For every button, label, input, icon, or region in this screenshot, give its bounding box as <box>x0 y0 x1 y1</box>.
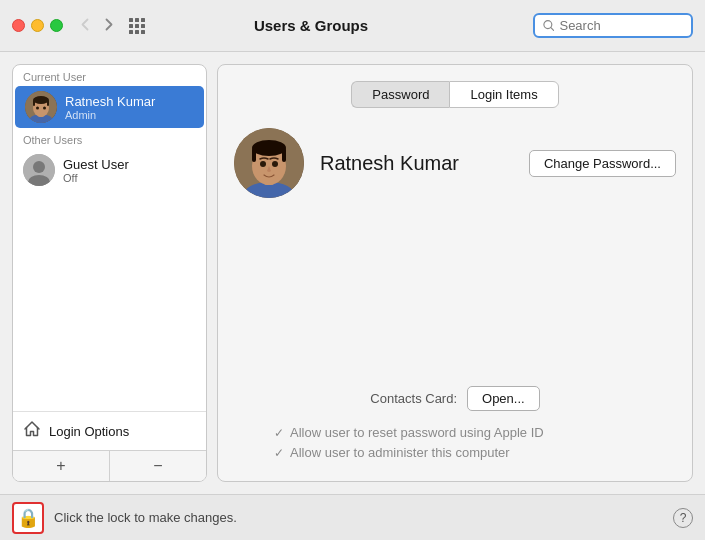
minimize-button[interactable] <box>31 19 44 32</box>
checkbox-row-2: ✓ Allow user to administer this computer <box>234 445 676 460</box>
svg-point-8 <box>36 107 39 110</box>
traffic-lights <box>12 19 63 32</box>
help-button[interactable]: ? <box>673 508 693 528</box>
guest-user-role: Off <box>63 172 129 184</box>
title-bar: Users & Groups <box>0 0 705 52</box>
change-password-button[interactable]: Change Password... <box>529 150 676 177</box>
current-user-info: Ratnesh Kumar Admin <box>65 94 155 121</box>
search-input[interactable] <box>559 18 683 33</box>
bottom-bar: 🔒 Click the lock to make changes. ? <box>0 494 705 540</box>
tab-password[interactable]: Password <box>351 81 449 108</box>
remove-user-button[interactable]: − <box>109 451 206 481</box>
close-button[interactable] <box>12 19 25 32</box>
add-user-button[interactable]: + <box>13 451 109 481</box>
main-content: Current User <box>0 52 705 494</box>
back-button[interactable] <box>77 16 93 36</box>
svg-point-20 <box>260 161 266 167</box>
lock-text: Click the lock to make changes. <box>54 510 663 525</box>
current-user-role: Admin <box>65 109 155 121</box>
svg-point-5 <box>33 96 49 104</box>
guest-user-info: Guest User Off <box>63 157 129 184</box>
checkmark-icon-2: ✓ <box>274 446 284 460</box>
svg-point-9 <box>43 107 46 110</box>
contacts-card-row: Contacts Card: Open... <box>234 386 676 411</box>
svg-rect-6 <box>33 100 35 106</box>
other-users-label: Other Users <box>13 128 206 149</box>
tab-bar: Password Login Items <box>234 81 676 108</box>
open-contacts-button[interactable]: Open... <box>467 386 540 411</box>
user-profile: Ratnesh Kumar Change Password... <box>234 128 676 198</box>
checkbox-label-1: Allow user to reset password using Apple… <box>290 425 544 440</box>
svg-point-11 <box>33 161 45 173</box>
home-icon <box>23 420 41 442</box>
guest-user-avatar <box>23 154 55 186</box>
tab-login-items[interactable]: Login Items <box>449 81 558 108</box>
fullscreen-button[interactable] <box>50 19 63 32</box>
svg-rect-19 <box>282 148 286 162</box>
checkmark-icon-1: ✓ <box>274 426 284 440</box>
profile-name: Ratnesh Kumar <box>320 152 513 175</box>
contacts-card-label: Contacts Card: <box>370 391 457 406</box>
checkbox-label-2: Allow user to administer this computer <box>290 445 510 460</box>
search-icon <box>543 19 554 32</box>
search-box[interactable] <box>533 13 693 38</box>
login-options-label: Login Options <box>49 424 129 439</box>
checkbox-row-1: ✓ Allow user to reset password using App… <box>234 425 676 440</box>
right-panel: Password Login Items <box>217 64 693 482</box>
profile-avatar <box>234 128 304 198</box>
current-user-name: Ratnesh Kumar <box>65 94 155 109</box>
lock-icon: 🔒 <box>17 507 39 529</box>
login-options-item[interactable]: Login Options <box>13 411 206 450</box>
sidebar-item-current-user[interactable]: Ratnesh Kumar Admin <box>15 86 204 128</box>
sidebar-item-guest-user[interactable]: Guest User Off <box>13 149 206 191</box>
window-title: Users & Groups <box>97 17 525 34</box>
current-user-label: Current User <box>13 65 206 86</box>
sidebar-controls: + − <box>13 450 206 481</box>
sidebar: Current User <box>12 64 207 482</box>
current-user-avatar <box>25 91 57 123</box>
guest-user-name: Guest User <box>63 157 129 172</box>
lock-button[interactable]: 🔒 <box>12 502 44 534</box>
svg-rect-18 <box>252 148 256 162</box>
svg-point-21 <box>272 161 278 167</box>
svg-point-17 <box>252 140 286 156</box>
svg-rect-7 <box>47 100 49 106</box>
